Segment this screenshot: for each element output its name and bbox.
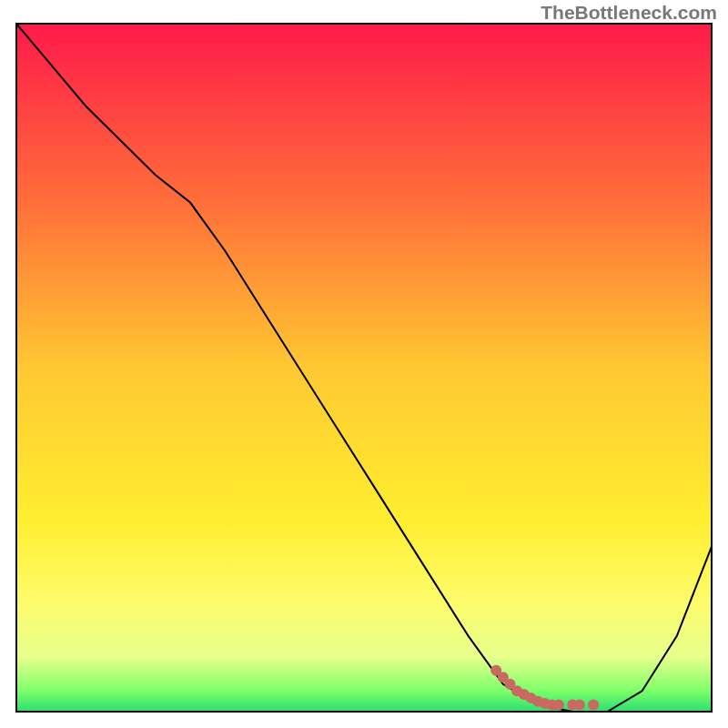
sweet-spot-point <box>574 699 585 710</box>
plot-background <box>16 24 712 712</box>
chart-container: TheBottleneck.com <box>0 0 728 728</box>
watermark-text: TheBottleneck.com <box>541 2 717 24</box>
sweet-spot-point <box>588 699 599 710</box>
sweet-spot-point <box>553 699 564 710</box>
bottleneck-chart <box>0 0 728 728</box>
